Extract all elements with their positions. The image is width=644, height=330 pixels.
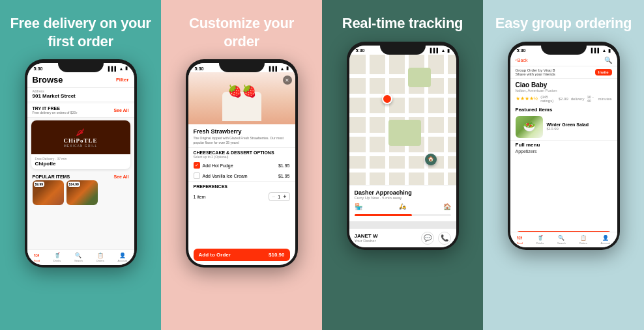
panel-tracking: Real-time tracking 5:30 ▌▌▌ ▲ ▮ [322, 0, 483, 330]
nav-search[interactable]: 🔍 Search [74, 253, 83, 262]
panel-free-delivery: Free delivery on your first order 5:30 ▌… [0, 0, 161, 330]
nav-search-4[interactable]: 🔍 Search [557, 235, 566, 245]
call-button[interactable]: 📞 [438, 232, 451, 245]
pref-count: 1 item [194, 195, 206, 199]
chipotle-pepper-icon: 🌶 [76, 127, 85, 137]
panel-2-title: Customize your order [170, 14, 313, 50]
food-icon-4: 🍽 [517, 235, 522, 241]
search-icon-s4[interactable]: 🔍 [604, 57, 612, 64]
approaching-text: Dasher Approaching [355, 189, 451, 196]
group-order-info: Group Order by Viraj B Share with your f… [516, 68, 555, 76]
berry-emoji: 🍓🍓 [227, 84, 256, 98]
nav-food[interactable]: 🍽 Food [34, 253, 40, 262]
battery-icon-2: ▮ [286, 66, 289, 71]
time-1: 5:30 [34, 66, 43, 71]
panel-1-title: Free delivery on your first order [9, 14, 152, 50]
orders-icon-4: 📋 [580, 235, 587, 241]
add-to-order-button[interactable]: Add to Order $10.90 [194, 249, 290, 261]
featured-section: Featured items [510, 104, 617, 114]
option-hot-fudge[interactable]: ✓ Add Hot Fudge $1.95 [188, 160, 295, 171]
back-button[interactable]: ‹ Back [516, 58, 528, 62]
delivery-time: 30 - 40 [587, 95, 595, 103]
dasher-marker [382, 94, 392, 104]
nav-orders-4[interactable]: 📋 Orders [579, 235, 587, 245]
address-text[interactable]: 901 Market Street [33, 93, 129, 99]
nav-food-4[interactable]: 🍽 Food [517, 235, 523, 245]
group-order-text: Group Order by Viraj B [516, 68, 555, 72]
popular-item-2[interactable]: $14.99 [66, 180, 98, 205]
search-nav-icon: 🔍 [75, 253, 81, 258]
time-4: 5:30 [517, 48, 526, 53]
food-photo: 🍓🍓 ✕ [188, 72, 295, 124]
wifi-icon-3: ▲ [441, 48, 446, 53]
nav-account[interactable]: 👤 Account [118, 253, 127, 262]
park-1 [388, 120, 421, 146]
account-icon-4: 👤 [602, 235, 609, 241]
checkbox-checked-1[interactable]: ✓ [194, 162, 200, 169]
dasher-bike-icon: 🛵 [399, 203, 406, 210]
popular-item-1[interactable]: $9.99 [33, 180, 64, 205]
chipotle-name: Chipotle [35, 161, 126, 167]
panel-customize: Customize your order 5:30 ▌▌▌ ▲ ▮ 🍓🍓 ✕ [161, 0, 322, 330]
account-icon: 👤 [119, 253, 126, 258]
phone-4: 5:30 ▌▌▌ ▲ ▮ ‹ Back 🔍 Group Order by Vir… [508, 42, 620, 250]
popular-title: POPULAR ITEMS [33, 174, 70, 179]
battery-icon-3: ▮ [447, 48, 450, 53]
progress-bar [355, 214, 451, 216]
dasher-details: JANET W Your Dasher [355, 233, 378, 243]
curry-text: Curry Up Now · 5 min away [355, 196, 451, 200]
screen4-header: ‹ Back 🔍 [510, 55, 617, 66]
add-btn-label: Add to Order [199, 252, 231, 258]
phone-notch-3 [380, 42, 426, 55]
decrement-button[interactable]: − [272, 193, 275, 200]
chipotle-info: Free Delivery · 37 min Chipotle [31, 154, 130, 169]
bottom-nav-1: 🍽 Food 🥤 Drinks 🔍 Search 📋 Orders 👤 [27, 249, 134, 265]
nav-orders-4-label: Orders [579, 241, 587, 245]
invite-button[interactable]: Invite [595, 69, 612, 76]
nav-drinks-4[interactable]: 🥤 Drinks [536, 235, 544, 245]
featured-title: Featured items [516, 107, 612, 113]
wifi-icon-2: ▲ [280, 66, 285, 71]
pref-counter: 1 item − 1 + [188, 190, 295, 203]
checkbox-unchecked-2[interactable] [194, 172, 200, 179]
price-2: $14.99 [68, 182, 80, 187]
restaurant-type: Italian, American Fusion [516, 89, 612, 92]
chipotle-card[interactable]: 🌶 CHiPoTLE MEXICAN GRILL Free Delivery ·… [31, 120, 130, 169]
option-left-1: ✓ Add Hot Fudge [194, 162, 233, 169]
featured-item-row[interactable]: 🥗 Winter Green Salad $10.99 [510, 114, 617, 140]
screen-3: 5:30 ▌▌▌ ▲ ▮ [349, 46, 456, 247]
wifi-icon-4: ▲ [602, 48, 607, 53]
counter-value: 1 [278, 195, 280, 199]
bottom-nav-4: 🍽 Food 🥤 Drinks 🔍 Search 📋 Orders 👤 [510, 232, 617, 247]
address-section: Address 901 Market Street [27, 88, 134, 102]
message-button[interactable]: 💬 [421, 232, 434, 245]
nav-food-4-label: Food [517, 241, 523, 245]
status-icons-4: ▌▌▌ ▲ ▮ [591, 48, 611, 53]
progress-icons: 🏪 🛵 🏠 [355, 203, 451, 210]
increment-button[interactable]: + [283, 193, 286, 200]
nav-food-label: Food [34, 259, 40, 262]
filter-button[interactable]: Filter [116, 77, 129, 83]
try-free-sub: Free delivery on orders of $20+ [33, 111, 78, 115]
counter-controls: − 1 + [269, 192, 289, 201]
nav-drinks-label: Drinks [53, 259, 61, 262]
close-button[interactable]: ✕ [283, 76, 292, 85]
try-free-see-all[interactable]: See All [113, 108, 128, 113]
tracking-info: Dasher Approaching Curry Up Now · 5 min … [349, 185, 456, 221]
phone-notch-2 [219, 59, 265, 72]
item-details: Fresh Strawberry The Original topped wit… [188, 124, 295, 147]
option-vanilla[interactable]: Add Vanilla Ice Cream $1.95 [188, 171, 295, 181]
nav-account-4[interactable]: 👤 Account [601, 235, 610, 245]
popular-see-all[interactable]: See All [113, 174, 128, 179]
pref-title: PREFERENCES [194, 184, 290, 189]
dasher-actions: 💬 📞 [421, 232, 451, 245]
cake-slice: 🍓🍓 [222, 92, 261, 121]
nav-drinks[interactable]: 🥤 Drinks [53, 253, 61, 262]
chipotle-logo-inner: 🌶 CHiPoTLE MEXICAN GRILL [63, 127, 97, 148]
nav-orders[interactable]: 📋 Orders [96, 253, 104, 262]
phone-3: 5:30 ▌▌▌ ▲ ▮ [347, 42, 459, 250]
progress-fill [355, 214, 413, 216]
phone-notch-4 [541, 42, 587, 55]
featured-item-img: 🥗 [516, 116, 543, 138]
full-menu-title: Full menu [516, 142, 612, 148]
